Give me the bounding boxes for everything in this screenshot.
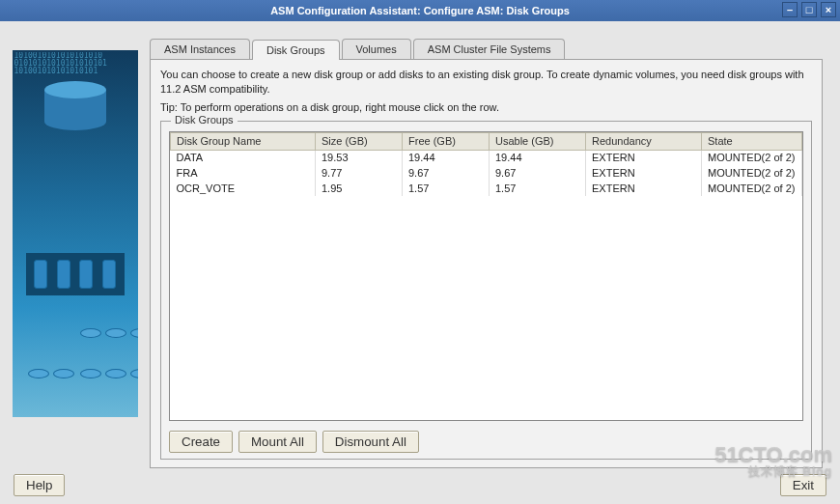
col-name[interactable]: Disk Group Name bbox=[171, 132, 316, 150]
sidebar: 1010010101010101010010101010101010101011… bbox=[0, 21, 150, 468]
cell-usable: 9.67 bbox=[490, 165, 586, 181]
tab-panel: You can choose to create a new disk grou… bbox=[150, 60, 823, 468]
instruction-text-1: You can choose to create a new disk grou… bbox=[160, 68, 812, 97]
col-size[interactable]: Size (GB) bbox=[316, 132, 403, 150]
table-row[interactable]: DATA19.5319.4419.44EXTERNMOUNTED(2 of 2) bbox=[171, 150, 802, 165]
help-button[interactable]: Help bbox=[14, 474, 65, 496]
cell-usable: 1.57 bbox=[490, 181, 586, 196]
cell-state: MOUNTED(2 of 2) bbox=[702, 181, 802, 196]
cell-name: OCR_VOTE bbox=[171, 181, 316, 196]
tab-volumes[interactable]: Volumes bbox=[342, 39, 411, 59]
maximize-icon[interactable]: □ bbox=[801, 2, 817, 17]
cell-size: 19.53 bbox=[316, 150, 403, 165]
cell-redundancy: EXTERN bbox=[586, 165, 702, 181]
cell-free: 19.44 bbox=[403, 150, 490, 165]
tab-asm-cluster-file-systems[interactable]: ASM Cluster File Systems bbox=[413, 39, 566, 59]
cell-state: MOUNTED(2 of 2) bbox=[702, 165, 802, 181]
tab-bar: ASM Instances Disk Groups Volumes ASM Cl… bbox=[150, 39, 823, 60]
exit-button[interactable]: Exit bbox=[780, 474, 826, 496]
window-title: ASM Configuration Assistant: Configure A… bbox=[270, 5, 570, 16]
table-row[interactable]: FRA9.779.679.67EXTERNMOUNTED(2 of 2) bbox=[171, 165, 802, 181]
close-icon[interactable]: × bbox=[821, 2, 836, 17]
create-button[interactable]: Create bbox=[169, 431, 233, 453]
tab-disk-groups[interactable]: Disk Groups bbox=[252, 40, 340, 60]
cell-free: 1.57 bbox=[403, 181, 490, 196]
cell-usable: 19.44 bbox=[490, 150, 586, 165]
cell-name: FRA bbox=[171, 165, 316, 181]
titlebar: ASM Configuration Assistant: Configure A… bbox=[0, 0, 840, 21]
cell-size: 1.95 bbox=[316, 181, 403, 196]
col-redundancy[interactable]: Redundancy bbox=[586, 132, 702, 150]
bottom-bar: Help Exit bbox=[0, 468, 840, 504]
cell-state: MOUNTED(2 of 2) bbox=[702, 150, 802, 165]
col-state[interactable]: State bbox=[702, 132, 802, 150]
cell-name: DATA bbox=[171, 150, 316, 165]
instruction-text-2: Tip: To perform operations on a disk gro… bbox=[160, 100, 812, 115]
fieldset-legend: Disk Groups bbox=[171, 114, 238, 126]
cell-redundancy: EXTERN bbox=[586, 181, 702, 196]
mount-all-button[interactable]: Mount All bbox=[238, 431, 317, 453]
disk-groups-table: Disk Group Name Size (GB) Free (GB) Usab… bbox=[169, 131, 803, 421]
tab-asm-instances[interactable]: ASM Instances bbox=[150, 39, 250, 59]
cell-free: 9.67 bbox=[403, 165, 490, 181]
minimize-icon[interactable]: – bbox=[782, 2, 798, 17]
cell-redundancy: EXTERN bbox=[586, 150, 702, 165]
table-row[interactable]: OCR_VOTE1.951.571.57EXTERNMOUNTED(2 of 2… bbox=[171, 181, 802, 196]
disk-groups-fieldset: Disk Groups Disk Group Name Size (GB) bbox=[160, 121, 812, 460]
sidebar-illustration: 1010010101010101010010101010101010101011… bbox=[13, 50, 138, 417]
col-usable[interactable]: Usable (GB) bbox=[490, 132, 586, 150]
col-free[interactable]: Free (GB) bbox=[403, 132, 490, 150]
cell-size: 9.77 bbox=[316, 165, 403, 181]
dismount-all-button[interactable]: Dismount All bbox=[322, 431, 419, 453]
